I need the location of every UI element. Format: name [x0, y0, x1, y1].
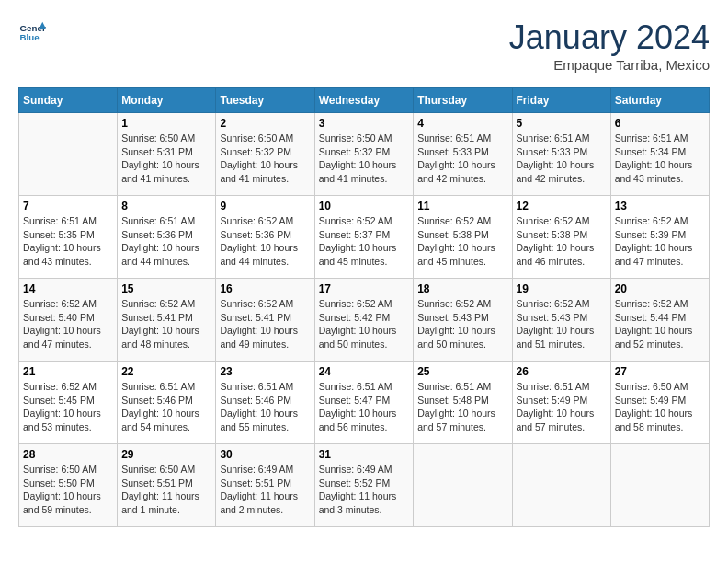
day-number: 27 [615, 365, 705, 378]
day-number: 13 [615, 200, 705, 213]
calendar-week-row: 14Sunrise: 6:52 AMSunset: 5:40 PMDayligh… [19, 279, 710, 362]
calendar-cell: 18Sunrise: 6:52 AMSunset: 5:43 PMDayligh… [414, 279, 512, 362]
calendar-cell: 27Sunrise: 6:50 AMSunset: 5:49 PMDayligh… [610, 362, 709, 444]
day-number: 8 [121, 200, 211, 213]
day-info: Sunrise: 6:52 AMSunset: 5:38 PMDaylight:… [417, 214, 507, 269]
day-number: 29 [121, 448, 211, 461]
calendar-cell: 19Sunrise: 6:52 AMSunset: 5:43 PMDayligh… [512, 279, 610, 362]
logo: General Blue [18, 18, 46, 46]
calendar-cell [610, 444, 709, 527]
calendar-cell: 16Sunrise: 6:52 AMSunset: 5:41 PMDayligh… [216, 279, 314, 362]
day-number: 3 [319, 117, 410, 130]
day-info: Sunrise: 6:50 AMSunset: 5:32 PMDaylight:… [319, 132, 410, 186]
month-title: January 2024 [509, 18, 710, 57]
day-info: Sunrise: 6:52 AMSunset: 5:41 PMDaylight:… [121, 297, 211, 351]
weekday-header-thursday: Thursday [414, 88, 512, 113]
day-number: 15 [121, 282, 211, 295]
day-info: Sunrise: 6:52 AMSunset: 5:43 PMDaylight:… [417, 297, 507, 351]
day-info: Sunrise: 6:51 AMSunset: 5:46 PMDaylight:… [121, 380, 211, 434]
day-info: Sunrise: 6:50 AMSunset: 5:32 PMDaylight:… [220, 132, 310, 186]
day-number: 26 [517, 365, 607, 378]
day-number: 23 [220, 365, 310, 378]
day-number: 17 [319, 282, 410, 295]
svg-text:Blue: Blue [20, 32, 40, 42]
calendar-cell [19, 113, 118, 196]
calendar-cell: 4Sunrise: 6:51 AMSunset: 5:33 PMDaylight… [414, 113, 512, 196]
calendar-cell: 13Sunrise: 6:52 AMSunset: 5:39 PMDayligh… [610, 196, 709, 279]
day-number: 5 [517, 117, 607, 130]
day-number: 25 [417, 365, 507, 378]
calendar-cell: 1Sunrise: 6:50 AMSunset: 5:31 PMDaylight… [118, 113, 216, 196]
weekday-header-row: SundayMondayTuesdayWednesdayThursdayFrid… [19, 88, 710, 113]
day-number: 6 [615, 117, 705, 130]
weekday-header-saturday: Saturday [610, 88, 709, 113]
day-info: Sunrise: 6:50 AMSunset: 5:51 PMDaylight:… [121, 463, 211, 517]
location-subtitle: Empaque Tarriba, Mexico [509, 57, 710, 73]
calendar-cell: 15Sunrise: 6:52 AMSunset: 5:41 PMDayligh… [118, 279, 216, 362]
calendar-cell: 9Sunrise: 6:52 AMSunset: 5:36 PMDaylight… [216, 196, 314, 279]
calendar-cell: 3Sunrise: 6:50 AMSunset: 5:32 PMDaylight… [314, 113, 414, 196]
day-info: Sunrise: 6:50 AMSunset: 5:49 PMDaylight:… [615, 380, 705, 434]
calendar-week-row: 28Sunrise: 6:50 AMSunset: 5:50 PMDayligh… [19, 444, 710, 527]
calendar-cell: 22Sunrise: 6:51 AMSunset: 5:46 PMDayligh… [118, 362, 216, 444]
day-info: Sunrise: 6:50 AMSunset: 5:50 PMDaylight:… [23, 463, 113, 517]
calendar-cell [512, 444, 610, 527]
day-info: Sunrise: 6:49 AMSunset: 5:51 PMDaylight:… [220, 463, 310, 517]
day-number: 2 [220, 117, 310, 130]
calendar-cell: 29Sunrise: 6:50 AMSunset: 5:51 PMDayligh… [118, 444, 216, 527]
day-number: 28 [23, 448, 113, 461]
day-info: Sunrise: 6:52 AMSunset: 5:39 PMDaylight:… [615, 214, 705, 269]
logo-icon: General Blue [18, 18, 46, 46]
calendar-week-row: 7Sunrise: 6:51 AMSunset: 5:35 PMDaylight… [19, 196, 710, 279]
day-info: Sunrise: 6:52 AMSunset: 5:42 PMDaylight:… [319, 297, 410, 351]
calendar-cell: 17Sunrise: 6:52 AMSunset: 5:42 PMDayligh… [314, 279, 414, 362]
day-number: 20 [615, 282, 705, 295]
weekday-header-sunday: Sunday [19, 88, 118, 113]
calendar-cell: 20Sunrise: 6:52 AMSunset: 5:44 PMDayligh… [610, 279, 709, 362]
calendar-week-row: 21Sunrise: 6:52 AMSunset: 5:45 PMDayligh… [19, 362, 710, 444]
day-number: 31 [319, 448, 410, 461]
day-number: 21 [23, 365, 113, 378]
day-number: 30 [220, 448, 310, 461]
day-number: 12 [517, 200, 607, 213]
day-info: Sunrise: 6:51 AMSunset: 5:36 PMDaylight:… [121, 214, 211, 269]
day-number: 22 [121, 365, 211, 378]
day-info: Sunrise: 6:52 AMSunset: 5:44 PMDaylight:… [615, 297, 705, 351]
day-number: 18 [417, 282, 507, 295]
weekday-header-monday: Monday [118, 88, 216, 113]
day-info: Sunrise: 6:49 AMSunset: 5:52 PMDaylight:… [319, 463, 410, 517]
day-info: Sunrise: 6:50 AMSunset: 5:31 PMDaylight:… [121, 132, 211, 186]
calendar-cell: 25Sunrise: 6:51 AMSunset: 5:48 PMDayligh… [414, 362, 512, 444]
calendar-cell: 24Sunrise: 6:51 AMSunset: 5:47 PMDayligh… [314, 362, 414, 444]
weekday-header-tuesday: Tuesday [216, 88, 314, 113]
calendar-cell: 26Sunrise: 6:51 AMSunset: 5:49 PMDayligh… [512, 362, 610, 444]
day-info: Sunrise: 6:51 AMSunset: 5:35 PMDaylight:… [23, 214, 113, 269]
day-info: Sunrise: 6:52 AMSunset: 5:38 PMDaylight:… [517, 214, 607, 269]
weekday-header-friday: Friday [512, 88, 610, 113]
calendar-cell: 2Sunrise: 6:50 AMSunset: 5:32 PMDaylight… [216, 113, 314, 196]
day-number: 1 [121, 117, 211, 130]
title-block: January 2024 Empaque Tarriba, Mexico [509, 18, 710, 73]
day-number: 19 [517, 282, 607, 295]
day-info: Sunrise: 6:51 AMSunset: 5:46 PMDaylight:… [220, 380, 310, 434]
day-info: Sunrise: 6:51 AMSunset: 5:47 PMDaylight:… [319, 380, 410, 434]
weekday-header-wednesday: Wednesday [314, 88, 414, 113]
day-info: Sunrise: 6:51 AMSunset: 5:33 PMDaylight:… [517, 132, 607, 186]
day-info: Sunrise: 6:52 AMSunset: 5:37 PMDaylight:… [319, 214, 410, 269]
day-info: Sunrise: 6:52 AMSunset: 5:41 PMDaylight:… [220, 297, 310, 351]
day-number: 10 [319, 200, 410, 213]
day-number: 9 [220, 200, 310, 213]
calendar-cell: 6Sunrise: 6:51 AMSunset: 5:34 PMDaylight… [610, 113, 709, 196]
day-info: Sunrise: 6:52 AMSunset: 5:40 PMDaylight:… [23, 297, 113, 351]
day-number: 7 [23, 200, 113, 213]
calendar-cell: 30Sunrise: 6:49 AMSunset: 5:51 PMDayligh… [216, 444, 314, 527]
calendar-cell: 12Sunrise: 6:52 AMSunset: 5:38 PMDayligh… [512, 196, 610, 279]
calendar-cell: 28Sunrise: 6:50 AMSunset: 5:50 PMDayligh… [19, 444, 118, 527]
calendar-cell: 10Sunrise: 6:52 AMSunset: 5:37 PMDayligh… [314, 196, 414, 279]
day-info: Sunrise: 6:51 AMSunset: 5:49 PMDaylight:… [517, 380, 607, 434]
day-info: Sunrise: 6:51 AMSunset: 5:34 PMDaylight:… [615, 132, 705, 186]
day-number: 16 [220, 282, 310, 295]
calendar-cell: 21Sunrise: 6:52 AMSunset: 5:45 PMDayligh… [19, 362, 118, 444]
day-number: 24 [319, 365, 410, 378]
calendar-cell: 7Sunrise: 6:51 AMSunset: 5:35 PMDaylight… [19, 196, 118, 279]
